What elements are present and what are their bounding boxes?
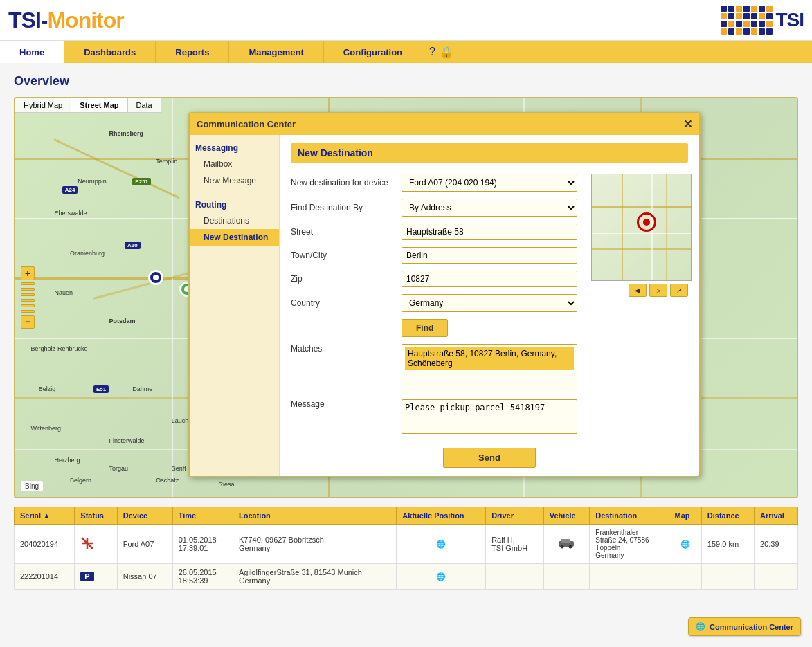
- nav-home[interactable]: Home: [0, 41, 64, 63]
- mini-map-btn-1[interactable]: ◀: [629, 284, 647, 297]
- mini-map-btn-2[interactable]: ▷: [649, 284, 667, 297]
- find-row: Find: [291, 319, 577, 337]
- matches-list[interactable]: Hauptstraße 58, 10827 Berlin, Germany, S…: [402, 344, 577, 392]
- zoom-strip-4[interactable]: [21, 299, 35, 302]
- cell-distance-1: 159.0 km: [701, 525, 754, 564]
- sidebar-item-new-message[interactable]: New Message: [190, 172, 279, 189]
- col-status[interactable]: Status: [75, 507, 117, 525]
- country-select[interactable]: Germany: [402, 294, 577, 312]
- cell-time-1: 01.05.2018 17:39:01: [172, 525, 233, 564]
- cell-location-1: K7740, 09627 Bobritzsch Germany: [233, 525, 396, 564]
- cell-serial-1: 204020194: [15, 525, 75, 564]
- logo: TSI-Monitor: [8, 8, 124, 33]
- cell-arrival-1: 20:39: [755, 525, 798, 564]
- tab-hybrid-map[interactable]: Hybrid Map: [15, 98, 71, 112]
- messaging-section-label: Messaging: [190, 140, 279, 156]
- zoom-strip-1[interactable]: [21, 282, 35, 285]
- sidebar-item-destinations[interactable]: Destinations: [190, 212, 279, 229]
- sidebar-item-new-destination[interactable]: New Destination: [190, 229, 279, 246]
- table-header: Serial ▲ Status Device Time Location Akt…: [15, 507, 798, 525]
- form-content: New destination for device Ford A07 (204…: [291, 174, 688, 441]
- header: TSI-Monitor: [0, 0, 812, 41]
- zoom-strip-6[interactable]: [21, 310, 35, 313]
- zoom-in-button[interactable]: +: [21, 266, 35, 280]
- col-aktuelle[interactable]: Aktuelle Position: [397, 507, 486, 525]
- match-item-1[interactable]: Hauptstraße 58, 10827 Berlin, Germany, S…: [405, 347, 574, 370]
- status-badge-2: P: [80, 572, 93, 581]
- table-row: 222201014 P Nissan 07 26.05.2015 18:53:3…: [15, 564, 798, 590]
- help-icon[interactable]: ?: [429, 46, 435, 58]
- nav-configuration[interactable]: Configuration: [324, 41, 422, 63]
- routing-section-label: Routing: [190, 197, 279, 212]
- new-destination-form: New Destination New destination for devi…: [280, 135, 699, 476]
- sidebar-item-mailbox[interactable]: Mailbox: [190, 156, 279, 172]
- col-location[interactable]: Location: [233, 507, 396, 525]
- cell-map-2: [669, 564, 701, 590]
- device-row: New destination for device Ford A07 (204…: [291, 174, 577, 192]
- cell-aktuelle-1[interactable]: 🌐: [397, 525, 486, 564]
- col-map[interactable]: Map: [669, 507, 701, 525]
- device-select[interactable]: Ford A07 (204 020 194): [402, 174, 577, 192]
- cell-map-1[interactable]: 🌐: [669, 525, 701, 564]
- svg-rect-4: [561, 539, 570, 543]
- tab-data[interactable]: Data: [128, 98, 161, 112]
- tsi-text: TSI: [775, 9, 804, 31]
- city-label-oranienburg: Oranienburg: [70, 250, 105, 257]
- nav-management[interactable]: Management: [229, 41, 323, 63]
- zoom-strip-3[interactable]: [21, 293, 35, 296]
- comm-center-header: Communication Center ✕: [190, 113, 699, 135]
- send-button[interactable]: Send: [443, 448, 536, 468]
- nav-dashboards[interactable]: Dashboards: [64, 41, 156, 63]
- marker-blue: [148, 270, 163, 285]
- app-title: TSI-Monitor: [8, 8, 124, 33]
- cell-arrival-2: [755, 564, 798, 590]
- find-button[interactable]: Find: [402, 319, 448, 337]
- zoom-out-button[interactable]: −: [21, 315, 35, 329]
- col-driver[interactable]: Driver: [486, 507, 544, 525]
- cell-status-1: [75, 525, 117, 564]
- mini-map-dot: [643, 219, 650, 226]
- street-input[interactable]: [402, 224, 577, 240]
- find-by-select[interactable]: By Address: [402, 199, 577, 217]
- city-row: Town/City: [291, 247, 577, 264]
- mini-map-ring: [637, 212, 656, 232]
- mini-map-bg: [592, 174, 691, 280]
- map-controls: + −: [21, 266, 35, 329]
- tsi-brand-logo: TSI: [721, 6, 804, 35]
- col-distance[interactable]: Distance: [701, 507, 754, 525]
- cell-vehicle-1: [543, 525, 590, 564]
- col-serial[interactable]: Serial ▲: [15, 507, 75, 525]
- mini-map: [591, 174, 692, 281]
- cell-aktuelle-2[interactable]: 🌐: [397, 564, 486, 590]
- col-destination[interactable]: Destination: [590, 507, 669, 525]
- cell-device-1: Ford A07: [117, 525, 172, 564]
- cell-driver-1: Ralf H. TSI GmbH: [486, 525, 544, 564]
- cell-serial-2: 222201014: [15, 564, 75, 590]
- city-label-belgern: Belgern: [70, 477, 91, 484]
- comm-center-panel: Communication Center ✕ Messaging Mailbox…: [188, 112, 701, 477]
- city-label-templin: Templin: [156, 158, 177, 165]
- zip-input[interactable]: [402, 271, 577, 287]
- cell-time-2: 26.05.2015 18:53:39: [172, 564, 233, 590]
- nav-reports[interactable]: Reports: [156, 41, 229, 63]
- col-arrival[interactable]: Arrival: [755, 507, 798, 525]
- euro-e251: E251: [132, 178, 151, 185]
- comm-close-button[interactable]: ✕: [683, 118, 692, 131]
- cell-vehicle-2: [543, 564, 590, 590]
- mini-map-buttons: ◀ ▷ ↗: [584, 284, 688, 297]
- zoom-strip-5[interactable]: [21, 304, 35, 307]
- lock-icon[interactable]: 🔒: [440, 46, 453, 59]
- street-label: Street: [291, 227, 402, 237]
- mini-road-h2: [592, 233, 691, 234]
- zip-label: Zip: [291, 274, 402, 284]
- vehicle-icon-1: [558, 538, 575, 549]
- zoom-strip-2[interactable]: [21, 288, 35, 291]
- col-device[interactable]: Device: [117, 507, 172, 525]
- col-time[interactable]: Time: [172, 507, 233, 525]
- city-input[interactable]: [402, 247, 577, 264]
- mini-map-btn-3[interactable]: ↗: [670, 284, 688, 297]
- col-vehicle[interactable]: Vehicle: [543, 507, 590, 525]
- cell-status-2: P: [75, 564, 117, 590]
- tab-street-map[interactable]: Street Map: [71, 98, 127, 112]
- message-input[interactable]: Please pickup parcel 5418197: [402, 399, 577, 434]
